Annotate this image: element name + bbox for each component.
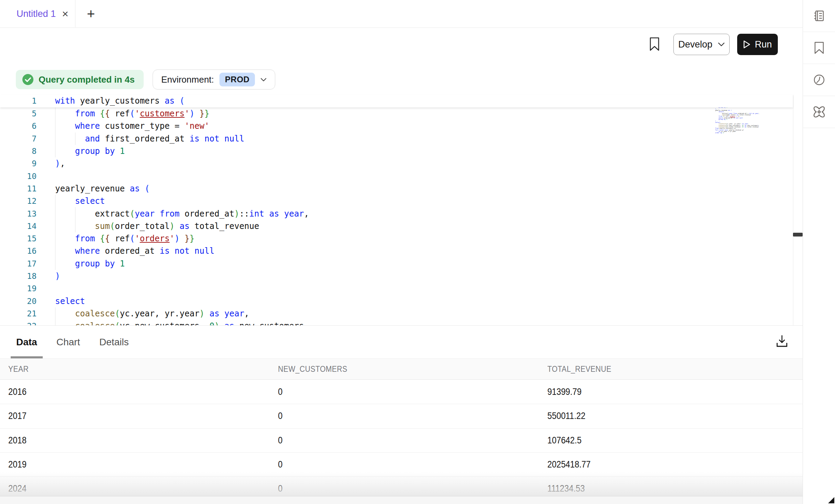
code-text: with yearly_customers as ( [55, 96, 185, 106]
code-line[interactable]: 13 extract(year from ordered_at)::int as… [0, 207, 793, 220]
indent-guide [55, 258, 55, 270]
table-row[interactable]: 20170550011.22 [0, 404, 803, 428]
sidebar-button-bookmarks[interactable] [803, 32, 835, 64]
code-text: select [55, 196, 105, 206]
table-cell: 111234.53 [539, 483, 803, 494]
code-line[interactable]: 6 where customer_type = 'new' [0, 120, 793, 132]
download-button[interactable] [773, 330, 791, 352]
line-number: 10 [0, 172, 37, 181]
code-line[interactable]: 20select [0, 295, 793, 307]
indent-guide [55, 145, 55, 157]
sidebar-button-dbt[interactable] [803, 96, 835, 128]
table-cell: 0 [270, 387, 539, 397]
indent-guide [55, 245, 55, 257]
sidebar-button-notebook[interactable] [803, 0, 835, 32]
sticky-line[interactable]: 1with yearly_customers as ( [0, 95, 793, 107]
code-line[interactable]: 7 and first_ordered_at is not null [0, 133, 793, 145]
develop-button[interactable]: Develop [673, 34, 730, 55]
indent-guide [55, 195, 55, 207]
check-circle-icon [22, 74, 34, 85]
develop-label: Develop [678, 39, 712, 50]
panel-tab-chart[interactable]: Chart [56, 326, 80, 358]
table-cell: 107642.5 [539, 435, 803, 446]
environment-chevron-icon [260, 78, 267, 82]
code-line[interactable]: 17 group by 1 [0, 258, 793, 270]
code-text: ), [55, 159, 65, 168]
table-cell: 2024 [0, 483, 270, 494]
indent-guide [55, 133, 55, 145]
line-number: 14 [0, 222, 37, 231]
resize-grip[interactable] [828, 497, 834, 503]
run-button[interactable]: Run [737, 34, 778, 55]
code-line[interactable]: 15 from {{ ref('orders') }} [0, 232, 793, 245]
indent-guide [75, 207, 75, 220]
play-icon [743, 40, 751, 49]
line-number: 5 [0, 109, 37, 118]
indent-guide [55, 320, 55, 325]
run-label: Run [755, 39, 772, 50]
code-line[interactable]: 21 coalesce(yc.year, yr.year) as year, [0, 307, 793, 320]
bookmark-icon [649, 36, 660, 52]
line-number: 9 [0, 159, 37, 168]
code-line[interactable]: 11yearly_revenue as ( [0, 182, 793, 195]
code-line[interactable]: 16 where ordered_at is not null [0, 245, 793, 257]
code-text: from {{ ref('customers') }} [55, 109, 209, 118]
column-header: TOTAL_REVENUE [539, 364, 803, 374]
code-text: group by 1 [55, 259, 125, 269]
indent-guide [75, 133, 75, 145]
code-line[interactable]: 9), [0, 157, 793, 170]
table-header: YEARNEW_CUSTOMERSTOTAL_REVENUE [0, 358, 803, 380]
tab-close-icon[interactable]: × [62, 8, 69, 19]
bookmark-icon [814, 41, 825, 54]
bottom-scroll-strip[interactable] [0, 496, 803, 504]
table-cell: 2019 [0, 459, 270, 470]
indent-guide [55, 120, 55, 132]
new-tab-button[interactable]: + [81, 0, 101, 28]
sidebar-button-history[interactable] [803, 64, 835, 96]
table-row[interactable]: 2016091399.79 [0, 380, 803, 404]
line-number: 16 [0, 246, 37, 255]
column-header: NEW_CUSTOMERS [270, 364, 539, 374]
line-number: 22 [0, 322, 37, 325]
line-number: 17 [0, 259, 37, 268]
indent-guide [55, 307, 55, 320]
query-status-text: Query completed in 4s [39, 74, 135, 85]
environment-selector[interactable]: Environment: PROD [153, 70, 276, 90]
panel-tab-details[interactable]: Details [99, 326, 129, 358]
code-text: coalesce(yc.year, yr.year) as year, [55, 309, 249, 318]
code-text: where ordered_at is not null [55, 246, 214, 256]
code-line[interactable]: 14 sum(order_total) as total_revenue [0, 220, 793, 232]
indent-guide [55, 107, 55, 120]
table-cell: 2017 [0, 411, 270, 421]
notebook-icon [813, 10, 825, 22]
scrollbar-thumb[interactable] [793, 233, 803, 237]
code-text: from {{ ref('orders') }} [55, 234, 195, 243]
query-status-badge: Query completed in 4s [16, 70, 144, 89]
table-row[interactable]: 201902025418.77 [0, 453, 803, 477]
code-line[interactable]: 19 [0, 282, 793, 295]
tab-untitled-1[interactable]: Untitled 1 × [0, 0, 75, 28]
code-editor[interactable]: 1with yearly_customers as ( 5 from {{ re… [0, 95, 793, 325]
indent-guide [55, 207, 55, 220]
code-line[interactable]: 5 from {{ ref('customers') }} [0, 107, 793, 120]
code-line[interactable]: 18) [0, 270, 793, 282]
chevron-down-icon [718, 42, 725, 46]
table-row[interactable]: 20240111234.53 [0, 477, 803, 496]
code-line[interactable]: 8 group by 1 [0, 145, 793, 157]
line-number: 15 [0, 234, 37, 243]
code-line[interactable]: 22 coalesce(yc.new_customers, 0) as new_… [0, 320, 793, 325]
indent-guide [75, 220, 75, 232]
tab-bar: Untitled 1 × + [0, 0, 803, 28]
line-number: 20 [0, 297, 37, 306]
code-scroll[interactable]: 5 from {{ ref('customers') }}6 where cus… [0, 107, 793, 325]
editor-scrollbar-track [793, 95, 793, 325]
table-cell: 0 [270, 483, 539, 494]
code-line[interactable]: 1with yearly_customers as ( [0, 95, 793, 107]
table-row[interactable]: 20180107642.5 [0, 429, 803, 453]
bookmark-button[interactable] [647, 35, 662, 53]
code-line[interactable]: 10 [0, 170, 793, 182]
code-line[interactable]: 12 select [0, 195, 793, 207]
tab-divider [75, 0, 75, 27]
panel-tab-data[interactable]: Data [16, 326, 37, 358]
code-text: and first_ordered_at is not null [55, 134, 244, 144]
